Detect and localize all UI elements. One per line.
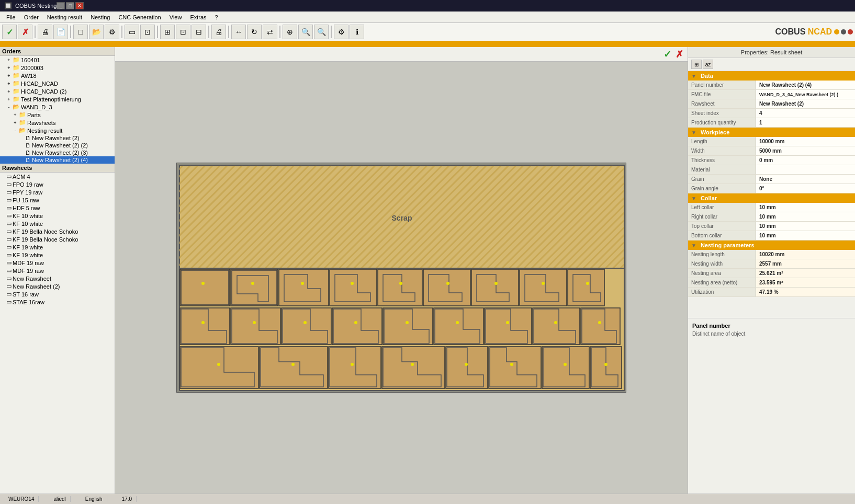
tree-item-kf19bn1[interactable]: ▭ KF 19 Bella Noce Schoko — [0, 227, 115, 235]
menu-extras[interactable]: Extras — [186, 13, 210, 21]
folder-icon-wand: 📂 — [13, 104, 20, 110]
tree-item-aw18[interactable]: + 📁 AW18 — [0, 72, 115, 79]
tree-item-nr3[interactable]: 🗋 New Rawsheet (2) (3) — [0, 149, 115, 156]
collapse-collar-icon[interactable]: ▼ — [691, 196, 696, 201]
tree-item-hicad-ncad[interactable]: + 📁 HiCAD_NCAD — [0, 79, 115, 87]
tree-item-kf19bn2[interactable]: ▭ KF 19 Bella Noce Schoko — [0, 235, 115, 243]
menu-order[interactable]: Order — [20, 13, 43, 21]
canvas-accept-button[interactable]: ✓ — [663, 49, 671, 60]
tree-item-kf10w1[interactable]: ▭ KF 10 white — [0, 212, 115, 220]
tree-item-test-platt[interactable]: + 📁 Test Plattenoptimierung — [0, 95, 115, 103]
new-sheet-button[interactable]: □ — [73, 25, 88, 39]
flip-button[interactable]: ⇄ — [263, 25, 277, 39]
menu-cnc-generation[interactable]: CNC Generation — [114, 13, 165, 21]
tree-item-160401[interactable]: + 📁 160401 — [0, 56, 115, 64]
menu-nesting[interactable]: Nesting — [86, 13, 114, 21]
tree-item-st16[interactable]: ▭ ST 16 raw — [0, 290, 115, 298]
prop-label-right-collar: Right collar — [688, 212, 756, 221]
rawsheet-label-fpo19: FPO 19 raw — [13, 181, 43, 188]
tree-item-nesting-result[interactable]: - 📂 Nesting result — [0, 127, 115, 134]
tree-item-hdf5[interactable]: ▭ HDF 5 raw — [0, 204, 115, 212]
info-button[interactable]: ℹ — [350, 25, 364, 39]
tree-item-new-rawsheet[interactable]: ▭ New Rawsheet — [0, 274, 115, 282]
rawsheet-icon-kf19bn1: ▭ — [6, 228, 12, 235]
tree-item-kf19w2[interactable]: ▭ KF 19 white — [0, 251, 115, 259]
tree-item-mdf19r1[interactable]: ▭ MDF 19 raw — [0, 259, 115, 267]
prop-value-width: 5000 mm — [756, 146, 855, 155]
menu-nesting-result[interactable]: Nesting result — [43, 13, 86, 21]
tree-item-hicad-ncad2[interactable]: + 📁 HiCAD_NCAD (2) — [0, 87, 115, 95]
expand-icon-aw18: + — [6, 73, 12, 78]
tree-label-nr3: New Rawsheet (2) (3) — [32, 150, 88, 156]
tree-item-nr4[interactable]: 🗋 New Rawsheet (2) (4) — [0, 156, 115, 164]
tree-item-2000003[interactable]: + 📁 2000003 — [0, 64, 115, 72]
prop-value-nesting-area: 25.621 m² — [756, 269, 855, 278]
folder-icon-rawsheets: 📁 — [19, 119, 26, 126]
collapse-data-icon[interactable]: ▼ — [691, 73, 696, 79]
rect-button[interactable]: ▭ — [125, 25, 139, 39]
settings-button[interactable]: ⚙ — [105, 25, 119, 39]
tree-item-rawsheets[interactable]: + 📁 Rawsheets — [0, 119, 115, 127]
open-button[interactable]: 📂 — [89, 25, 104, 39]
tree-item-mdf19r2[interactable]: ▭ MDF 19 raw — [0, 267, 115, 274]
svg-point-52 — [291, 363, 295, 366]
print2-button[interactable]: 🖨 — [211, 25, 226, 39]
rawsheet-icon-mdf19r2: ▭ — [6, 267, 12, 274]
collapse-workpiece-icon[interactable]: ▼ — [691, 130, 696, 135]
move-button[interactable]: ↔ — [231, 25, 246, 39]
collapse-nesting-params-icon[interactable]: ▼ — [691, 243, 696, 248]
print-preview-button[interactable]: 📄 — [53, 25, 68, 39]
zoom-out-button[interactable]: 🔍 — [314, 25, 329, 39]
panel-alt-button[interactable]: ⊡ — [176, 25, 190, 39]
toolbar-separator-4 — [157, 26, 158, 38]
prop-label-length: Length — [688, 137, 756, 146]
maximize-button[interactable]: □ — [66, 2, 74, 9]
split-button[interactable]: ⊟ — [192, 25, 206, 39]
tree-item-nr1[interactable]: 🗋 New Rawsheet (2) — [0, 134, 115, 142]
canvas-header: ✓ ✗ — [115, 47, 688, 62]
prop-az-button[interactable]: az — [703, 60, 713, 69]
prop-label-nesting-area-netto: Nesting area (netto) — [688, 278, 756, 287]
toolbar-separator-8 — [331, 26, 332, 38]
tree-item-new-rawsheet2[interactable]: ▭ New Rawsheet (2) — [0, 282, 115, 290]
menu-file[interactable]: File — [2, 13, 20, 21]
tree-item-kf19w1[interactable]: ▭ KF 19 white — [0, 243, 115, 251]
menu-help[interactable]: ? — [211, 13, 222, 21]
rawsheet-icon-mdf19r1: ▭ — [6, 259, 12, 266]
print-button[interactable]: 🖨 — [38, 25, 52, 39]
reject-button[interactable]: ✗ — [18, 25, 32, 39]
tree-item-fpy19[interactable]: ▭ FPY 19 raw — [0, 188, 115, 196]
menu-view[interactable]: View — [165, 13, 186, 21]
expand-icon-nesting-result: - — [13, 128, 18, 133]
panel-button[interactable]: ⊞ — [160, 25, 175, 39]
accept-button[interactable]: ✓ — [2, 25, 17, 39]
prop-sort-button[interactable]: ⊞ — [691, 60, 702, 69]
zoom-fit-button[interactable]: ⊕ — [283, 25, 297, 39]
nesting-canvas[interactable]: Scrap — [115, 62, 688, 494]
logo-dot-1 — [834, 29, 839, 35]
prop-row-nesting-area: Nesting area 25.621 m² — [688, 269, 855, 278]
minimize-button[interactable]: _ — [57, 2, 65, 9]
folder-icon-nesting-result: 📂 — [19, 127, 26, 134]
tree-item-parts[interactable]: + 📁 Parts — [0, 111, 115, 119]
tree-item-wand-d3[interactable]: - 📂 WAND_D_3 — [0, 103, 115, 111]
canvas-close-button[interactable]: ✗ — [676, 49, 683, 60]
config-button[interactable]: ⚙ — [334, 25, 348, 39]
rotate-button[interactable]: ↻ — [247, 25, 262, 39]
close-button[interactable]: ✕ — [75, 2, 84, 9]
tree-item-fpo19[interactable]: ▭ FPO 19 raw — [0, 180, 115, 188]
rawsheet-icon-fpy19: ▭ — [6, 189, 12, 196]
tree-item-fu15[interactable]: ▭ FU 15 raw — [0, 196, 115, 204]
tree-label-160401: 160401 — [21, 57, 40, 63]
section-collar-label: Collar — [701, 195, 717, 201]
svg-point-53 — [351, 363, 354, 366]
tree-item-kf10w2[interactable]: ▭ KF 10 white — [0, 220, 115, 227]
frame-button[interactable]: ⊡ — [140, 25, 155, 39]
tree-item-stae16[interactable]: ▭ STAE 16raw — [0, 298, 115, 306]
svg-point-56 — [510, 363, 513, 366]
tree-item-nr2[interactable]: 🗋 New Rawsheet (2) (2) — [0, 142, 115, 149]
zoom-in-button[interactable]: 🔍 — [298, 25, 313, 39]
tree-item-acm4[interactable]: ▭ ACM 4 — [0, 173, 115, 180]
tree-label-parts: Parts — [27, 112, 41, 118]
logo-dot-2 — [841, 29, 846, 35]
